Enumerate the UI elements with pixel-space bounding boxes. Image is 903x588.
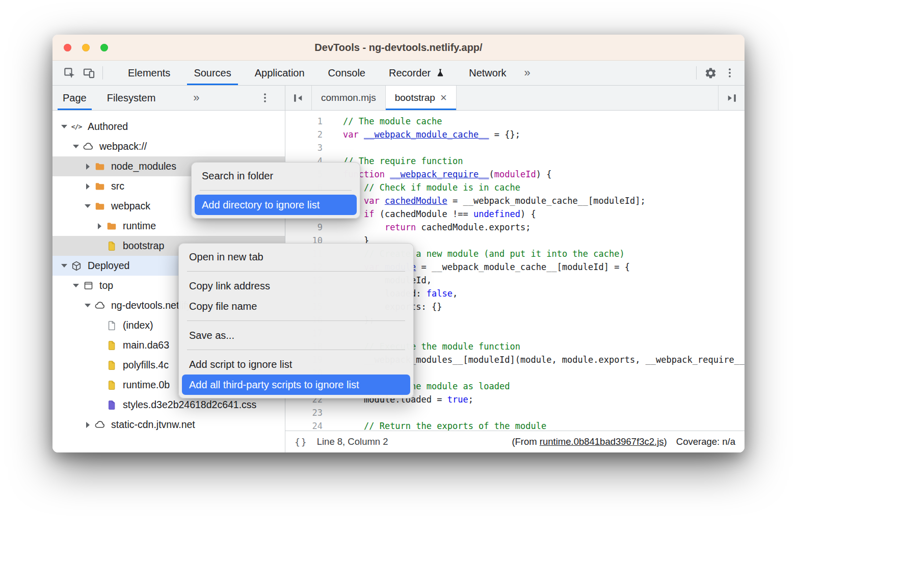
menu-item-open-in-new-tab[interactable]: Open in new tab	[182, 247, 410, 267]
disclosure-down-icon[interactable]	[82, 204, 93, 208]
cloud-icon	[93, 300, 107, 312]
code-line[interactable]: // Check if module is in cache	[343, 181, 745, 194]
show-drawer-icon[interactable]	[718, 86, 745, 110]
menu-item-search-in-folder[interactable]: Search in folder	[195, 166, 357, 186]
tree-item-label: polyfills.4c	[123, 359, 169, 371]
line-number[interactable]: 2	[285, 128, 323, 141]
menu-item-label: Save as...	[189, 330, 234, 341]
tree-item-label: Deployed	[88, 260, 129, 272]
code-line[interactable]: return cachedModule.exports;	[343, 221, 745, 234]
panel-tab-label: Sources	[194, 67, 231, 79]
panel-tab-bar: ElementsSourcesApplicationConsoleRecorde…	[116, 61, 518, 85]
frame-icon	[82, 280, 95, 292]
menu-item-label: Copy file name	[189, 301, 257, 312]
panel-tab-recorder[interactable]: Recorder	[377, 61, 457, 85]
panel-tab-sources[interactable]: Sources	[182, 61, 243, 85]
window-title: DevTools - ng-devtools.netlify.app/	[314, 42, 482, 54]
menu-separator	[187, 350, 405, 350]
editor-tab-label: common.mjs	[321, 92, 376, 103]
editor-tab-common-mjs[interactable]: common.mjs	[312, 86, 386, 110]
inspect-icon[interactable]	[60, 63, 79, 83]
cloud-icon	[82, 141, 95, 153]
panel-tab-label: Network	[469, 67, 506, 79]
cloud-icon	[93, 419, 107, 431]
disclosure-down-icon[interactable]	[70, 284, 82, 287]
folder-icon	[93, 180, 107, 193]
line-number[interactable]: 1	[285, 115, 323, 128]
panel-tab-elements[interactable]: Elements	[116, 61, 182, 85]
close-window-button[interactable]	[64, 44, 71, 51]
menu-item-add-all-third-party-scripts-to-ignore-list[interactable]: Add all third-party scripts to ignore li…	[182, 375, 410, 395]
pretty-print-icon[interactable]: {}	[295, 437, 308, 447]
menu-item-copy-file-name[interactable]: Copy file name	[182, 296, 410, 316]
line-number[interactable]: 3	[285, 141, 323, 154]
panel-tab-label: Application	[255, 67, 305, 79]
close-tab-icon[interactable]: ×	[440, 92, 447, 103]
file-yellow-icon	[105, 379, 118, 391]
folder-icon	[93, 200, 107, 212]
kebab-menu-icon[interactable]	[720, 63, 739, 83]
menu-item-add-directory-to-ignore-list[interactable]: Add directory to ignore list	[195, 195, 357, 215]
zoom-window-button[interactable]	[100, 44, 108, 51]
code-line[interactable]: if (cachedModule !== undefined) {	[343, 207, 745, 221]
code-line[interactable]: // The module cache	[343, 115, 745, 128]
hide-navigator-icon[interactable]	[285, 86, 312, 110]
settings-gear-icon[interactable]	[701, 63, 720, 83]
code-line[interactable]	[343, 406, 745, 419]
code-line[interactable]	[343, 141, 745, 154]
editor-tab-bar: common.mjsbootstrap×	[285, 86, 745, 111]
tree-item-label: bootstrap	[123, 240, 164, 252]
navigator-kebab-menu-icon[interactable]	[257, 90, 273, 105]
tree-item-webpack[interactable]: webpack://	[52, 137, 285, 156]
tree-item-static-cdn-jtvnw-net[interactable]: static-cdn.jtvnw.net	[52, 415, 285, 435]
tree-item-runtime[interactable]: runtime	[52, 216, 285, 236]
devtools-window: DevTools - ng-devtools.netlify.app/ Elem…	[52, 35, 745, 452]
more-navigator-tabs-chevron-icon[interactable]: »	[187, 91, 205, 104]
source-map-file-link[interactable]: runtime.0b841bad3967f3c2.js	[540, 436, 664, 447]
line-number[interactable]: 23	[285, 406, 323, 419]
from-suffix: )	[664, 436, 667, 447]
disclosure-down-icon[interactable]	[59, 125, 70, 128]
disclosure-right-icon[interactable]	[82, 183, 93, 190]
tree-item-label: Authored	[88, 121, 128, 132]
panel-tab-console[interactable]: Console	[316, 61, 377, 85]
tree-item-label: static-cdn.jtvnw.net	[111, 419, 195, 431]
editor-tab-bootstrap[interactable]: bootstrap×	[386, 86, 457, 110]
window-titlebar: DevTools - ng-devtools.netlify.app/	[52, 35, 745, 61]
coverage-status: Coverage: n/a	[676, 436, 735, 447]
tree-item-label: top	[99, 280, 113, 291]
file-context-menu: Open in new tabCopy link addressCopy fil…	[178, 243, 414, 398]
disclosure-down-icon[interactable]	[70, 145, 82, 148]
folder-icon	[93, 161, 107, 173]
minimize-window-button[interactable]	[82, 44, 90, 51]
code-line[interactable]: // The require function	[343, 154, 745, 168]
navigator-tab-page[interactable]: Page	[52, 86, 97, 110]
menu-item-add-script-to-ignore-list[interactable]: Add script to ignore list	[182, 354, 410, 375]
navigator-tab-label: Page	[63, 92, 87, 104]
package-icon	[70, 260, 83, 272]
code-line[interactable]: var __webpack_module_cache__ = {};	[343, 128, 745, 141]
navigator-tab-label: Filesystem	[107, 92, 156, 104]
menu-item-copy-link-address[interactable]: Copy link address	[182, 276, 410, 296]
disclosure-down-icon[interactable]	[82, 304, 93, 307]
panel-tab-network[interactable]: Network	[457, 61, 518, 85]
menu-item-label: Add directory to ignore list	[202, 199, 320, 211]
panel-tab-application[interactable]: Application	[243, 61, 316, 85]
panel-tab-label: Elements	[128, 67, 170, 79]
menu-item-save-as[interactable]: Save as...	[182, 325, 410, 345]
line-number[interactable]: 9	[285, 221, 323, 234]
more-panels-chevron-icon[interactable]: »	[518, 66, 537, 79]
disclosure-down-icon[interactable]	[59, 264, 70, 268]
disclosure-right-icon[interactable]	[82, 164, 93, 170]
editor-tabs: common.mjsbootstrap×	[312, 86, 457, 110]
disclosure-right-icon[interactable]	[82, 422, 93, 428]
device-toolbar-icon[interactable]	[79, 63, 98, 83]
menu-separator	[187, 271, 405, 272]
disclosure-right-icon[interactable]	[94, 223, 105, 229]
code-line[interactable]: // Return the exports of the module	[343, 419, 745, 431]
code-line[interactable]: function __webpack_require__(moduleId) {	[343, 168, 745, 181]
tree-item-authored[interactable]: </>Authored	[52, 117, 285, 137]
line-number[interactable]: 24	[285, 419, 323, 431]
code-line[interactable]: var cachedModule = __webpack_module_cach…	[343, 194, 745, 207]
navigator-tab-filesystem[interactable]: Filesystem	[97, 86, 166, 110]
